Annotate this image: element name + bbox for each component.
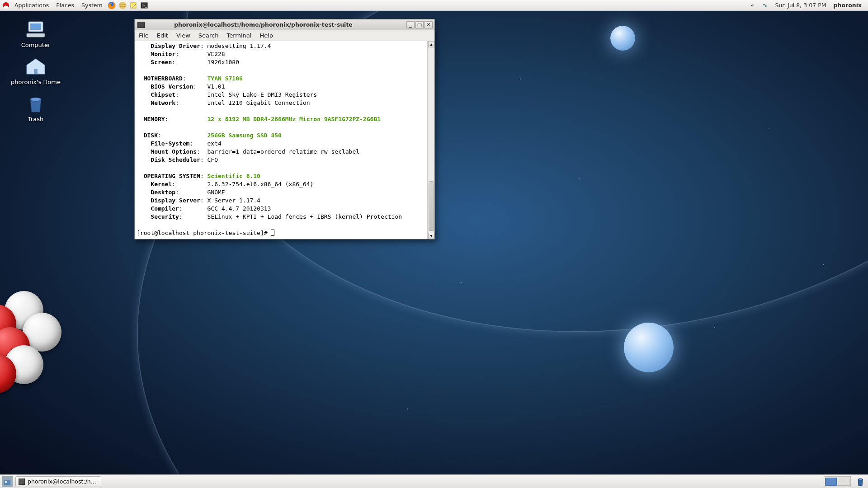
menu-file[interactable]: File — [135, 32, 153, 39]
computer-icon — [24, 20, 47, 40]
trash-icon — [24, 94, 47, 114]
menu-search[interactable]: Search — [194, 32, 223, 39]
window-app-icon — [137, 22, 145, 28]
top-panel: Applications Places System >_ Sun Jul 8,… — [0, 0, 868, 11]
notes-icon[interactable] — [129, 1, 138, 10]
svg-text:>_: >_ — [142, 4, 147, 8]
panel-user[interactable]: phoronix — [831, 2, 864, 9]
terminal-launcher-icon[interactable]: >_ — [140, 1, 149, 10]
terminal-window: phoronix@localhost:/home/phoronix/phoron… — [134, 19, 435, 239]
window-close-button[interactable]: ✕ — [425, 21, 433, 28]
bottom-panel: phoronix@localhost:/h... — [0, 474, 868, 488]
workspace-switcher[interactable] — [824, 476, 851, 487]
svg-point-1 — [119, 2, 126, 9]
menu-view[interactable]: View — [172, 32, 194, 39]
volume-icon[interactable] — [748, 1, 757, 10]
workspace-1[interactable] — [825, 478, 837, 486]
window-titlebar[interactable]: phoronix@localhost:/home/phoronix/phoron… — [135, 19, 434, 30]
panel-clock[interactable]: Sun Jul 8, 3:07 PM — [772, 2, 829, 9]
menu-system[interactable]: System — [78, 2, 106, 9]
window-title: phoronix@localhost:/home/phoronix/phoron… — [147, 21, 406, 28]
terminal-icon — [19, 479, 25, 485]
menu-applications[interactable]: Applications — [11, 2, 52, 9]
desktop-icon-computer[interactable]: Computer — [11, 20, 61, 48]
taskbar-item-terminal[interactable]: phoronix@localhost:/h... — [15, 476, 101, 487]
desktop-icon-label: Trash — [11, 116, 61, 122]
desktop-icon-home[interactable]: phoronix's Home — [11, 57, 61, 85]
folder-home-icon — [24, 57, 47, 77]
firefox-icon[interactable] — [107, 1, 116, 10]
terminal-output[interactable]: Display Driver: modesetting 1.17.4 Monit… — [135, 41, 427, 239]
scroll-up-button[interactable]: ▴ — [428, 41, 434, 47]
window-maximize-button[interactable]: ▢ — [415, 21, 424, 28]
scroll-thumb[interactable] — [429, 181, 434, 231]
panel-trash-applet[interactable] — [855, 477, 865, 487]
menu-terminal[interactable]: Terminal — [222, 32, 255, 39]
menu-help[interactable]: Help — [255, 32, 277, 39]
show-desktop-button[interactable] — [2, 476, 13, 487]
terminal-cursor — [271, 230, 274, 236]
workspace-2[interactable] — [838, 478, 849, 486]
menu-edit[interactable]: Edit — [153, 32, 172, 39]
svg-point-12 — [30, 98, 41, 101]
svg-rect-9 — [30, 23, 41, 30]
distro-logo-atom — [0, 291, 77, 390]
desktop-icon-trash[interactable]: Trash — [11, 94, 61, 122]
terminal-menubar: File Edit View Search Terminal Help — [135, 30, 434, 41]
evolution-icon[interactable] — [118, 1, 127, 10]
desktop-icon-label: Computer — [11, 42, 61, 48]
terminal-scrollbar[interactable]: ▴ ▾ — [427, 41, 434, 239]
network-icon[interactable] — [760, 1, 769, 10]
svg-point-15 — [858, 479, 863, 480]
desktop-icon-label: phoronix's Home — [11, 79, 61, 85]
svg-rect-11 — [34, 69, 38, 74]
distro-icon — [3, 2, 9, 9]
svg-rect-14 — [5, 481, 7, 483]
svg-rect-10 — [27, 33, 45, 37]
svg-rect-3 — [131, 3, 136, 8]
scroll-down-button[interactable]: ▾ — [428, 233, 434, 239]
svg-rect-6 — [764, 4, 765, 5]
taskbar-item-label: phoronix@localhost:/h... — [28, 478, 96, 485]
menu-places[interactable]: Places — [52, 2, 78, 9]
window-minimize-button[interactable]: _ — [406, 21, 415, 28]
